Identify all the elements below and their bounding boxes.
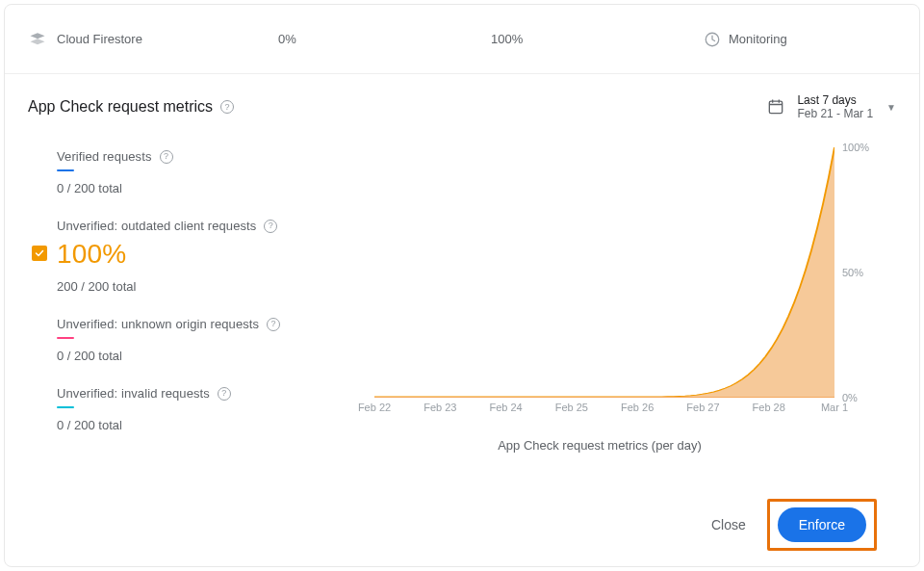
metric-label: Verified requests <box>57 149 152 164</box>
x-tick: Feb 22 <box>358 402 391 413</box>
enforce-button[interactable]: Enforce <box>778 507 866 542</box>
help-icon[interactable]: ? <box>218 387 231 401</box>
service-cell: Cloud Firestore <box>28 31 278 48</box>
legend-swatch <box>57 406 74 408</box>
metric-label: Unverified: unknown origin requests <box>57 317 259 331</box>
chevron-down-icon: ▼ <box>886 102 896 113</box>
x-tick: Mar 1 <box>821 402 848 413</box>
chart: 100%50%0% Feb 22Feb 23Feb 24Feb 25Feb 26… <box>374 147 877 417</box>
help-icon[interactable]: ? <box>220 100 234 114</box>
date-range-value: Feb 21 - Mar 1 <box>797 107 873 120</box>
y-tick: 100% <box>842 142 869 153</box>
service-row[interactable]: Cloud Firestore 0% 100% Monitoring <box>5 5 919 74</box>
help-icon[interactable]: ? <box>160 150 173 164</box>
metric-item[interactable]: Unverified: unknown origin requests?0 / … <box>34 305 365 375</box>
metric-total: 200 / 200 total <box>57 279 365 294</box>
metrics-list: Verified requests?0 / 200 totalUnverifie… <box>28 138 365 474</box>
legend-swatch <box>57 169 74 171</box>
status-label: Monitoring <box>729 32 787 46</box>
x-tick: Feb 27 <box>686 402 719 413</box>
date-range-picker[interactable]: Last 7 days Feb 21 - Mar 1 ▼ <box>766 93 896 120</box>
calendar-icon <box>766 97 785 117</box>
date-range-label: Last 7 days <box>797 93 873 107</box>
metric-label: Unverified: invalid requests <box>57 386 210 401</box>
service-name: Cloud Firestore <box>57 32 142 46</box>
x-tick: Feb 25 <box>555 402 588 413</box>
page-title: App Check request metrics ? <box>28 98 234 116</box>
y-tick: 50% <box>842 267 863 278</box>
clock-icon <box>704 31 721 48</box>
help-icon[interactable]: ? <box>267 318 280 331</box>
status-cell: Monitoring <box>704 31 896 48</box>
chart-area <box>374 147 834 397</box>
metric-item[interactable]: Unverified: invalid requests?0 / 200 tot… <box>34 375 365 444</box>
close-button[interactable]: Close <box>698 507 759 542</box>
top-col-1: 0% <box>278 32 491 46</box>
top-col-2: 100% <box>491 32 704 46</box>
metric-value: 100% <box>57 239 365 270</box>
x-tick: Feb 26 <box>621 402 654 413</box>
chart-caption: App Check request metrics (per day) <box>365 438 834 453</box>
metric-total: 0 / 200 total <box>57 349 365 363</box>
x-tick: Feb 28 <box>753 402 785 413</box>
metric-label: Unverified: outdated client requests <box>57 219 256 233</box>
metric-item[interactable]: Unverified: outdated client requests?100… <box>34 207 365 305</box>
metric-total: 0 / 200 total <box>57 181 365 195</box>
metric-item[interactable]: Verified requests?0 / 200 total <box>34 138 365 207</box>
legend-swatch <box>57 337 74 339</box>
firestore-icon <box>28 31 47 48</box>
chart-panel: 100%50%0% Feb 22Feb 23Feb 24Feb 25Feb 26… <box>365 138 896 474</box>
x-tick: Feb 23 <box>424 402 456 413</box>
x-tick: Feb 24 <box>489 402 522 413</box>
enforce-highlight: Enforce <box>767 499 877 551</box>
help-icon[interactable]: ? <box>264 220 277 233</box>
svg-rect-1 <box>770 101 783 114</box>
checkbox-checked-icon[interactable] <box>32 246 47 261</box>
metric-total: 0 / 200 total <box>57 418 365 432</box>
